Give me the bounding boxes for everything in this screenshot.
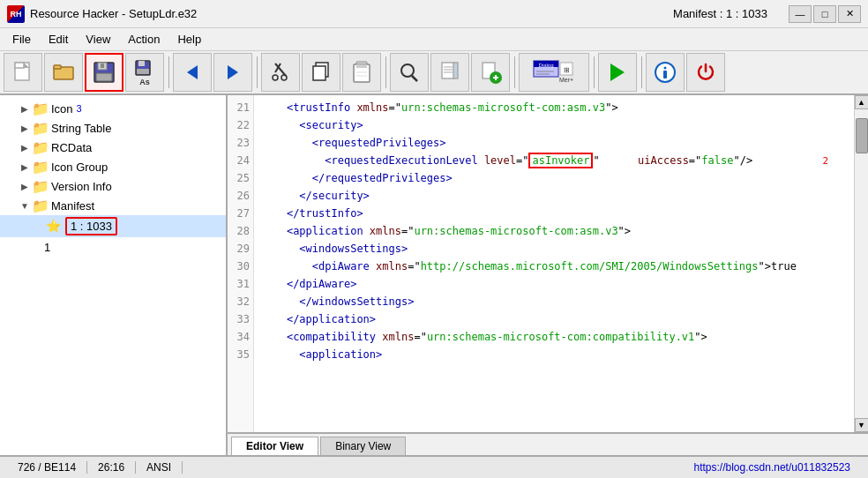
power-button[interactable] [686,53,725,92]
code-line-33: </application> [254,310,854,328]
toolbar-separator-1 [166,53,171,92]
code-line-22: <security> [254,116,854,134]
maximize-button[interactable]: □ [813,5,836,23]
dialog-menu-button[interactable]: Dialog⊞Mer+ [519,53,589,92]
status-cursor: 26:16 [87,461,136,474]
code-line-35: <application> [254,346,854,363]
svg-point-17 [281,75,287,80]
code-panel: 21 22 23 24 25 26 27 28 29 30 31 32 33 3… [228,95,868,455]
tab-bar: Editor View Binary View [228,432,868,455]
toolbar-separator-4 [512,53,517,92]
code-line-25: </requestedPrivileges> [254,169,854,187]
tab-binary[interactable]: Binary View [320,437,406,455]
menu-edit[interactable]: Edit [40,30,77,49]
expand-icon[interactable]: ▶ [18,162,32,172]
scroll-up-button[interactable]: ▲ [855,95,869,109]
line-num-35: 35 [228,346,253,363]
line-num-25: 25 [228,169,253,187]
expand-icon[interactable]: ▶ [18,182,32,191]
save-button[interactable] [85,53,123,92]
svg-rect-28 [453,63,458,78]
tree-label-stringtable: String Table [51,122,111,135]
scroll-track[interactable] [856,109,868,418]
paste-button[interactable] [342,53,381,92]
tree-panel: ▶ 📁 Icon 3 ▶ 📁 String Table ▶ 📁 RCData ▶… [0,95,228,455]
line-num-34: 34 [228,328,253,346]
line-numbers: 21 22 23 24 25 26 27 28 29 30 31 32 33 3… [228,95,254,432]
folder-icon: 📁 [32,178,48,194]
scroll-thumb[interactable] [856,118,868,153]
code-content: 21 22 23 24 25 26 27 28 29 30 31 32 33 3… [228,95,868,432]
forward-button[interactable] [213,53,252,92]
svg-line-26 [412,76,417,81]
find-button[interactable] [390,53,429,92]
tree-item-versioninfo[interactable]: ▶ 📁 Version Info [0,176,226,196]
code-line-24: <requestedExecutionLevel level="asInvoke… [254,152,854,169]
back-button[interactable] [173,53,212,92]
menu-help[interactable]: Help [168,30,210,49]
line-num-29: 29 [228,240,253,258]
expand-icon[interactable]: ▶ [18,143,32,153]
svg-rect-22 [356,64,367,68]
doc-button[interactable] [430,53,469,92]
line-num-21: 21 [228,99,253,116]
run-button[interactable] [598,53,637,92]
svg-point-16 [273,75,278,80]
copy-button[interactable] [302,53,340,92]
expand-icon[interactable]: ▶ [18,104,32,114]
tree-item-manifest[interactable]: ▼ 📁 Manifest [0,196,226,215]
svg-rect-47 [663,71,667,78]
saveas-button[interactable]: As [125,53,164,92]
line-num-26: 26 [228,187,253,205]
tree-label-icongroup: Icon Group [51,161,108,174]
new-button[interactable] [4,53,42,92]
open-button[interactable] [44,53,83,92]
cut-button[interactable] [261,53,300,92]
vertical-scrollbar[interactable]: ▲ ▼ [854,95,868,432]
code-lines-area: <trustInfo xmlns="urn:schemas-microsoft-… [254,95,854,432]
line-num-31: 31 [228,275,253,293]
line-num-23: 23 [228,134,253,152]
menu-view[interactable]: View [77,30,119,49]
svg-marker-13 [228,65,238,79]
minimize-button[interactable]: — [789,5,812,23]
tree-item-icon[interactable]: ▶ 📁 Icon 3 [0,99,226,118]
svg-rect-10 [138,61,145,66]
tree-badge-icon: 3 [77,103,82,114]
window-controls: — □ ✕ [789,5,861,23]
code-line-28: <application xmlns="urn:schemas-microsof… [254,222,854,240]
line-num-24: 24 [228,152,253,169]
line-num-28: 28 [228,222,253,240]
code-line-27: </trustInfo> [254,205,854,222]
tree-item-stringtable[interactable]: ▶ 📁 String Table [0,118,226,138]
tree-label-versioninfo: Version Info [51,180,112,193]
tree-item-icongroup[interactable]: ▶ 📁 Icon Group [0,157,226,176]
tab-editor[interactable]: Editor View [231,437,318,455]
close-button[interactable]: ✕ [838,5,861,23]
main-area: ▶ 📁 Icon 3 ▶ 📁 String Table ▶ 📁 RCData ▶… [0,95,868,455]
add-resource-button[interactable] [471,53,510,92]
menu-bar: File Edit View Action Help [0,28,868,51]
star-icon: ⭐ [46,219,62,235]
folder-icon: 📁 [32,101,48,116]
svg-rect-4 [54,65,61,69]
folder-icon: 📁 [32,120,48,136]
toolbar-separator-6 [639,53,644,92]
menu-action[interactable]: Action [119,30,168,49]
menu-file[interactable]: File [4,30,40,49]
manifest-info: Manifest : 1 : 1033 [673,7,767,20]
info-button[interactable] [646,53,685,92]
folder-icon: 📁 [32,198,48,213]
app-title: Resource Hacker - SetupLdr.e32 [30,7,197,20]
scroll-down-button[interactable]: ▼ [855,418,869,432]
svg-rect-11 [137,69,149,74]
expand-icon[interactable]: ▼ [18,201,32,211]
svg-text:⊞: ⊞ [564,66,570,74]
tree-label-icon: Icon [51,102,73,116]
tree-item-manifest-1033[interactable]: ⭐ 1 : 1033 [0,215,226,237]
tree-item-rcdata[interactable]: ▶ 📁 RCData [0,138,226,157]
svg-point-25 [401,64,414,77]
svg-rect-8 [101,63,104,68]
svg-marker-12 [187,65,198,79]
expand-icon[interactable]: ▶ [18,123,32,133]
